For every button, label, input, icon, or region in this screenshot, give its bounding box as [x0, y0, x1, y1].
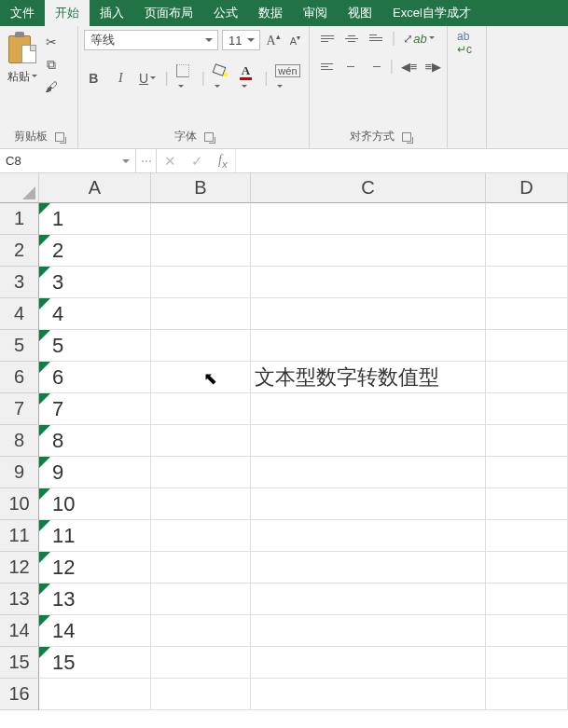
row-header-11[interactable]: 11	[0, 520, 39, 552]
wrap-text-button[interactable]: ab↵c	[457, 30, 480, 56]
format-painter-button[interactable]: 🖌	[43, 78, 60, 95]
fill-color-button[interactable]	[213, 62, 232, 95]
cell-a16[interactable]	[39, 679, 151, 710]
row-header-3[interactable]: 3	[0, 267, 39, 298]
tab-insert[interactable]: 插入	[90, 0, 134, 26]
cell-d14[interactable]	[486, 615, 568, 647]
tab-custom[interactable]: Excel自学成才	[382, 0, 481, 26]
orientation-button[interactable]: ⤢ab	[403, 32, 434, 46]
align-top-button[interactable]	[319, 32, 336, 45]
cell-a15[interactable]: 15	[39, 647, 151, 679]
col-header-d[interactable]: D	[486, 173, 568, 203]
phonetic-button[interactable]: wén	[275, 62, 303, 95]
formula-input[interactable]	[236, 149, 568, 172]
row-header-10[interactable]: 10	[0, 488, 39, 520]
row-header-15[interactable]: 15	[0, 647, 39, 679]
row-header-5[interactable]: 5	[0, 330, 39, 362]
cell-b9[interactable]	[151, 457, 251, 488]
row-header-14[interactable]: 14	[0, 615, 39, 647]
cell-a10[interactable]: 10	[39, 488, 151, 520]
row-header-8[interactable]: 8	[0, 425, 39, 457]
enter-button[interactable]: ✓	[191, 153, 203, 170]
cell-a12[interactable]: 12	[39, 552, 151, 584]
name-box[interactable]: C8	[0, 149, 136, 172]
align-middle-button[interactable]	[343, 32, 360, 45]
cell-a8[interactable]: 8	[39, 425, 151, 457]
grow-font-button[interactable]: A▴	[264, 32, 284, 48]
decrease-indent-button[interactable]: ◀≡	[401, 60, 418, 74]
col-header-a[interactable]: A	[39, 173, 151, 203]
cell-c11[interactable]	[251, 520, 486, 552]
cell-c12[interactable]	[251, 552, 486, 584]
cell-d9[interactable]	[486, 457, 568, 488]
cell-c2[interactable]	[251, 235, 486, 267]
tab-file[interactable]: 文件	[0, 0, 45, 26]
tab-home[interactable]: 开始	[45, 0, 90, 26]
cell-d4[interactable]	[486, 298, 568, 330]
cell-a11[interactable]: 11	[39, 520, 151, 552]
cell-c16[interactable]	[251, 679, 486, 710]
cell-b10[interactable]	[151, 488, 251, 520]
cell-a9[interactable]: 9	[39, 457, 151, 488]
font-color-button[interactable]: A	[240, 62, 257, 95]
cell-d6[interactable]	[486, 362, 568, 393]
cell-b8[interactable]	[151, 425, 251, 457]
align-bottom-button[interactable]	[367, 32, 384, 45]
cell-a14[interactable]: 14	[39, 615, 151, 647]
cell-b15[interactable]	[151, 647, 251, 679]
row-header-4[interactable]: 4	[0, 298, 39, 330]
cell-c10[interactable]	[251, 488, 486, 520]
cell-b13[interactable]	[151, 584, 251, 615]
paste-button[interactable]: 粘贴	[6, 30, 39, 87]
cell-d12[interactable]	[486, 552, 568, 584]
cell-a5[interactable]: 5	[39, 330, 151, 362]
cell-d3[interactable]	[486, 267, 568, 298]
font-size-combo[interactable]: 11	[222, 30, 259, 50]
cell-a2[interactable]: 2	[39, 235, 151, 267]
cell-d15[interactable]	[486, 647, 568, 679]
cell-d8[interactable]	[486, 425, 568, 457]
align-left-button[interactable]	[319, 60, 335, 73]
tab-review[interactable]: 审阅	[293, 0, 338, 26]
cell-c15[interactable]	[251, 647, 486, 679]
dialog-launcher-icon[interactable]	[55, 132, 64, 142]
insert-function-button[interactable]: fx	[218, 153, 228, 170]
align-right-button[interactable]	[366, 60, 381, 73]
cell-b1[interactable]	[151, 203, 251, 235]
cell-b11[interactable]	[151, 520, 251, 552]
cell-c6[interactable]: 文本型数字转数值型	[251, 362, 486, 393]
cell-b3[interactable]	[151, 267, 251, 298]
cell-a4[interactable]: 4	[39, 298, 151, 330]
underline-button[interactable]: U	[138, 71, 158, 86]
cell-c3[interactable]	[251, 267, 486, 298]
cell-d16[interactable]	[486, 679, 568, 710]
cell-b6[interactable]	[151, 362, 251, 393]
cut-button[interactable]: ✂	[43, 34, 60, 50]
row-header-1[interactable]: 1	[0, 203, 39, 235]
cell-c5[interactable]	[251, 330, 486, 362]
cell-a1[interactable]: 1	[39, 203, 151, 235]
bold-button[interactable]: B	[84, 71, 104, 86]
cell-b14[interactable]	[151, 615, 251, 647]
cell-c13[interactable]	[251, 584, 486, 615]
cell-b4[interactable]	[151, 298, 251, 330]
row-header-2[interactable]: 2	[0, 235, 39, 267]
align-center-button[interactable]	[342, 60, 358, 73]
col-header-c[interactable]: C	[251, 173, 486, 203]
row-header-7[interactable]: 7	[0, 393, 39, 425]
cell-a7[interactable]: 7	[39, 393, 151, 425]
cell-d5[interactable]	[486, 330, 568, 362]
cell-d1[interactable]	[486, 203, 568, 235]
cell-c9[interactable]	[251, 457, 486, 488]
dialog-launcher-icon[interactable]	[402, 132, 411, 142]
row-header-13[interactable]: 13	[0, 584, 39, 615]
tab-view[interactable]: 视图	[338, 0, 382, 26]
cell-a6[interactable]: 6	[39, 362, 151, 393]
cell-b7[interactable]	[151, 393, 251, 425]
cell-d2[interactable]	[486, 235, 568, 267]
increase-indent-button[interactable]: ≡▶	[424, 60, 441, 74]
cancel-button[interactable]: ✕	[164, 153, 176, 170]
copy-button[interactable]: ⧉	[43, 56, 60, 73]
cell-b5[interactable]	[151, 330, 251, 362]
italic-button[interactable]: I	[111, 71, 131, 86]
